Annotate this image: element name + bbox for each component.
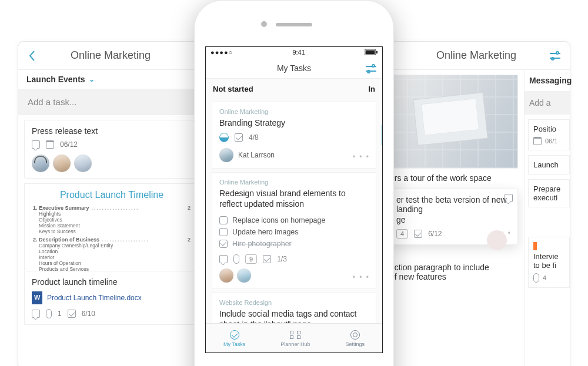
task-card[interactable]: Product launch timeline Product Launch T… <box>24 271 199 325</box>
task-card[interactable]: Online Marketing Redesign visual brand e… <box>212 172 376 288</box>
page-title: My Tasks <box>277 63 311 73</box>
task-title: Branding Strategy <box>219 117 369 128</box>
bucket-name: Launch Events <box>26 75 85 84</box>
task-category: Online Marketing <box>219 179 369 186</box>
doc-preview-title: Product Launch Timeline <box>33 190 191 200</box>
laptop-illustration <box>413 92 487 146</box>
checkbox-icon[interactable] <box>219 228 228 236</box>
phone-device: ●●●●○ 9:41 My Tasks Not started In Onlin… <box>194 0 394 366</box>
task-title[interactable]: uction paragraph to include of new featu… <box>390 263 517 281</box>
attachment-name: Product Launch Timeline.docx <box>47 294 142 302</box>
task-title-cont: ge <box>396 215 510 224</box>
task-meta: 9 1/3 <box>219 254 369 264</box>
task-title: Positio <box>533 125 564 133</box>
signal-icon: ●●●●○ <box>211 49 233 56</box>
checklist-progress: 1/3 <box>277 255 287 263</box>
filter-icon[interactable] <box>366 65 376 73</box>
task-title: Redesign visual brand elements to reflec… <box>219 188 369 209</box>
tablet-header-right: Online Marketing <box>383 42 570 70</box>
right-tablet: Online Marketing ers a tour of the work … <box>382 41 570 366</box>
battery-icon <box>365 49 377 55</box>
bucket-column-partial: Messaging Add a Positio 06/1 Launch Prep… <box>524 70 570 366</box>
avatar <box>32 155 49 172</box>
task-card-floating[interactable]: er test the beta version of new landing … <box>389 189 518 245</box>
phone-header: My Tasks <box>206 58 382 79</box>
word-doc-icon <box>32 291 42 304</box>
task-title: Intervie <box>533 252 564 261</box>
tab-planner-hub[interactable]: Planner Hub <box>280 330 310 347</box>
clock: 9:41 <box>292 49 305 56</box>
task-title: Launch <box>533 160 564 169</box>
gear-icon <box>350 330 360 340</box>
phone-speaker <box>276 23 312 26</box>
add-task-input[interactable]: Add a <box>524 91 570 115</box>
tab-settings[interactable]: Settings <box>345 330 365 347</box>
checklist-item[interactable]: Replace icons on homepage <box>219 214 369 226</box>
assignee-name: Kat Larrson <box>238 151 275 159</box>
assignee-avatars <box>219 268 369 283</box>
comment-icon <box>505 194 513 202</box>
adjacent-column-indicator <box>382 125 383 146</box>
task-card[interactable]: Intervie to be fi 4 <box>528 237 570 288</box>
avatar <box>219 148 233 162</box>
filter-icon[interactable] <box>550 52 560 60</box>
checklist-progress: 6/10 <box>82 310 95 318</box>
checklist-icon <box>263 255 271 263</box>
category-tag <box>533 242 537 250</box>
checklist-progress: 6/12 <box>428 230 442 238</box>
hub-icon <box>290 331 300 339</box>
attach-count: 1 <box>58 310 62 318</box>
assignee-avatars <box>32 155 192 172</box>
board-title: Online Marketing <box>36 49 185 62</box>
more-icon[interactable]: • • • <box>353 153 370 161</box>
attachment-row[interactable]: Product Launch Timeline.docx <box>32 291 192 304</box>
svg-rect-1 <box>366 51 375 55</box>
calendar-icon <box>46 140 54 149</box>
checkbox-icon[interactable] <box>219 216 228 224</box>
left-tablet: Online Marketing Launch Events ⌄ Add a t… <box>18 41 206 366</box>
task-title: er test the beta version of new landing <box>396 195 510 214</box>
more-icon[interactable]: • • • <box>353 273 370 281</box>
comment-icon <box>32 310 40 318</box>
task-title: Product launch timeline <box>32 277 192 287</box>
task-card[interactable]: Positio 06/1 <box>528 119 570 150</box>
task-meta: 06/12 <box>32 140 192 149</box>
task-title-cont: executi <box>533 193 564 202</box>
bucket-name[interactable]: Messaging <box>524 70 570 91</box>
checklist-item[interactable]: Update hero images <box>219 226 369 238</box>
attachment-icon <box>533 273 539 283</box>
task-image-preview[interactable] <box>389 75 518 169</box>
phone-screen: ●●●●○ 9:41 My Tasks Not started In Onlin… <box>205 46 383 353</box>
bucket-selector[interactable]: Launch Events ⌄ <box>18 70 205 89</box>
task-card[interactable]: Launch <box>528 155 570 174</box>
checkbox-icon[interactable] <box>219 240 228 248</box>
comment-icon <box>219 255 228 263</box>
tab-bar: My Tasks Planner Hub Settings <box>206 323 382 352</box>
attachment-icon <box>233 254 239 264</box>
task-title: Press release text <box>32 126 192 136</box>
count-a: 4 <box>396 229 408 239</box>
checklist-item[interactable]: Hire photographer <box>219 238 369 250</box>
add-task-input[interactable]: Add a task... <box>18 89 205 115</box>
checklist-progress: 4/8 <box>249 133 259 142</box>
checklist-icon <box>414 230 422 238</box>
attach-count: 9 <box>245 254 257 264</box>
chevron-down-icon: ⌄ <box>89 75 95 83</box>
task-card[interactable]: Press release text 06/12 <box>24 120 199 179</box>
due-date: 06/12 <box>60 140 78 149</box>
task-card[interactable]: Prepare executi <box>528 179 570 207</box>
avatar <box>487 230 507 250</box>
task-card[interactable]: Online Marketing Branding Strategy 4/8 •… <box>212 102 376 169</box>
document-preview[interactable]: Product Launch Timeline 1. Executive Sum… <box>24 183 199 271</box>
section-name-partial: In <box>368 85 375 93</box>
comment-icon <box>32 140 40 149</box>
task-category: Online Marketing <box>219 108 369 115</box>
task-title[interactable]: ers a tour of the work space <box>390 173 517 183</box>
checklist-icon <box>235 133 243 142</box>
assignee-row: Kat Larrson <box>219 148 369 162</box>
checklist: Replace icons on homepage Update hero im… <box>219 214 369 250</box>
avatar <box>53 155 71 172</box>
tab-my-tasks[interactable]: My Tasks <box>223 330 245 347</box>
status-bar: ●●●●○ 9:41 <box>206 47 382 58</box>
back-icon[interactable] <box>28 50 36 62</box>
